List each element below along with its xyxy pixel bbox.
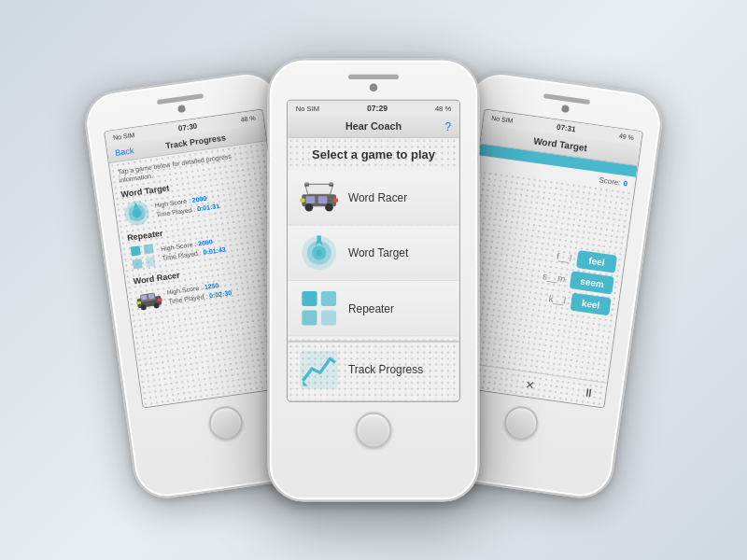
center-phone: No SIM 07:29 48 % Hear Coach ? Select a …: [268, 58, 480, 501]
svg-rect-27: [329, 182, 332, 185]
right-close-button[interactable]: ✕: [525, 378, 536, 392]
right-battery: 49 %: [619, 133, 635, 141]
left-back-button[interactable]: Back: [115, 146, 134, 158]
center-info-button[interactable]: ?: [445, 120, 452, 133]
svg-rect-7: [145, 257, 155, 267]
word-racer-menu-item[interactable]: Word Racer: [288, 170, 459, 225]
word-target-icon: [300, 233, 338, 272]
svg-rect-5: [143, 245, 153, 255]
svg-rect-35: [321, 291, 336, 306]
right-answer-2[interactable]: keel: [570, 293, 611, 316]
right-answer-1[interactable]: seem: [570, 271, 614, 294]
center-speaker: [348, 75, 399, 79]
word-racer-label: Word Racer: [348, 191, 407, 203]
left-car-icon: [134, 286, 164, 315]
svg-rect-37: [321, 310, 336, 325]
word-target-label: Word Target: [348, 246, 408, 259]
center-content: Select a game to play: [288, 138, 459, 401]
svg-point-20: [305, 203, 314, 212]
right-pause-button[interactable]: ⏸: [582, 385, 595, 400]
right-partial-0: f__l: [557, 251, 572, 263]
center-subtitle: Select a game to play: [312, 138, 435, 171]
right-nav-title: Word Target: [533, 135, 588, 153]
center-game-list: Word Racer: [288, 170, 459, 400]
svg-rect-36: [302, 310, 317, 325]
svg-rect-23: [333, 199, 338, 203]
svg-rect-19: [318, 196, 328, 203]
right-partial-2: k__l: [548, 293, 567, 305]
left-camera: [177, 105, 186, 113]
center-screen: No SIM 07:29 48 % Hear Coach ? Select a …: [288, 101, 459, 401]
svg-rect-33: [317, 235, 321, 243]
left-carrier: No SIM: [113, 132, 135, 141]
svg-rect-34: [302, 291, 317, 306]
svg-rect-10: [141, 295, 148, 301]
word-target-menu-item[interactable]: Word Target: [288, 226, 459, 281]
center-screen-wrapper: No SIM 07:29 48 % Hear Coach ? Select a …: [287, 100, 460, 402]
center-time: 07:29: [367, 104, 388, 113]
center-carrier: No SIM: [296, 105, 319, 112]
left-time: 07:30: [177, 121, 198, 133]
right-home-button[interactable]: [502, 404, 541, 442]
track-progress-item[interactable]: Track Progress: [288, 341, 459, 397]
left-word-target-stats: High Score : 2000 Time Played : 0:01:31: [154, 192, 220, 220]
svg-point-21: [325, 203, 333, 212]
track-progress-icon: [300, 351, 338, 389]
right-time: 07:31: [557, 123, 577, 134]
right-partial-1: s__m: [543, 271, 567, 284]
repeater-label: Repeater: [348, 302, 394, 315]
right-score-label: Score:: [599, 175, 621, 187]
right-camera: [561, 105, 570, 113]
left-word-racer-stats: High Score : 1250 Time Played : 0:02:30: [166, 279, 233, 307]
left-target-icon: [122, 199, 152, 229]
center-status-bar: No SIM 07:29 48 %: [288, 101, 459, 116]
center-nav-title: Hear Coach: [345, 120, 402, 132]
right-score-value: 0: [623, 179, 628, 189]
svg-rect-22: [300, 199, 304, 203]
right-speaker: [543, 93, 590, 105]
svg-point-31: [316, 250, 321, 256]
left-repeater-icon: [128, 242, 158, 272]
center-nav-bar: Hear Coach ?: [288, 116, 459, 138]
center-camera: [370, 83, 378, 91]
left-repeater-stats: High Score : 2000 Time Played : 0:01:43: [161, 235, 227, 263]
svg-rect-6: [133, 259, 143, 269]
svg-marker-16: [305, 184, 333, 194]
repeater-menu-item[interactable]: Repeater: [288, 281, 459, 336]
svg-rect-38: [300, 351, 338, 389]
word-racer-icon: [300, 178, 338, 217]
left-home-button[interactable]: [207, 404, 246, 442]
left-speaker: [157, 93, 204, 105]
right-carrier: No SIM: [491, 115, 514, 124]
svg-rect-26: [305, 182, 309, 185]
repeater-icon: [300, 289, 338, 328]
svg-rect-11: [148, 294, 155, 300]
right-answer-0[interactable]: feel: [576, 250, 617, 273]
phones-container: No SIM 07:30 48 % Back Track Progress Ta…: [79, 75, 668, 485]
center-battery: 48 %: [435, 105, 451, 112]
left-nav-title: Track Progress: [165, 133, 227, 150]
center-home-button[interactable]: [356, 412, 392, 448]
svg-rect-4: [131, 245, 141, 256]
track-progress-label: Track Progress: [348, 364, 423, 376]
left-battery: 48 %: [240, 115, 256, 123]
svg-rect-18: [306, 196, 316, 203]
